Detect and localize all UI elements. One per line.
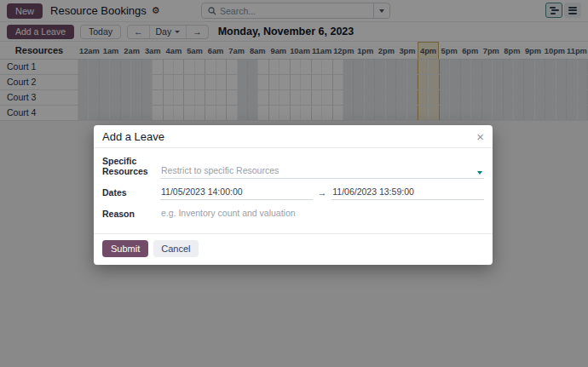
field-label: Reason: [102, 209, 160, 221]
chevron-down-icon[interactable]: [477, 171, 482, 175]
dialog-title: Add a Leave: [102, 130, 164, 143]
date-end-input[interactable]: [331, 186, 484, 200]
field-specific-resources: Specific Resources: [102, 156, 484, 179]
dialog-footer: Submit Cancel: [94, 233, 493, 265]
submit-button[interactable]: Submit: [102, 240, 148, 257]
field-label: Specific Resources: [102, 156, 160, 179]
date-start-input[interactable]: [160, 186, 313, 200]
dialog-body: Specific Resources Dates → Reason: [94, 148, 493, 233]
date-range-arrow-icon: →: [318, 187, 327, 200]
reason-input[interactable]: [160, 208, 484, 221]
field-label: Dates: [102, 187, 160, 200]
cancel-button[interactable]: Cancel: [153, 240, 198, 257]
field-dates: Dates →: [102, 186, 484, 200]
close-button[interactable]: ×: [476, 130, 484, 143]
specific-resources-input[interactable]: [160, 165, 484, 179]
close-icon: ×: [476, 129, 484, 144]
dialog-header: Add a Leave ×: [94, 125, 493, 148]
add-leave-dialog: Add a Leave × Specific Resources Dates →…: [94, 125, 493, 265]
field-reason: Reason: [102, 208, 484, 221]
